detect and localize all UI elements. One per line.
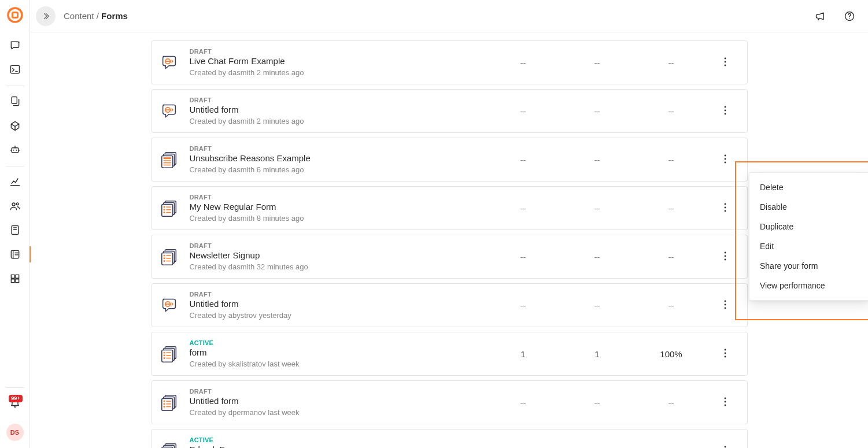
svg-point-0 [8,8,22,22]
metric-value: -- [640,155,703,165]
app-logo[interactable] [7,7,23,23]
breadcrumb-current: Forms [101,11,128,21]
nav-book[interactable] [3,219,27,242]
svg-rect-67 [161,398,172,410]
form-meta: Created by dasmith 6 minutes ago [190,165,481,174]
metric-value: 0% [640,446,703,449]
metric-value: -- [566,252,629,262]
nav-terminal[interactable] [3,58,27,81]
form-row[interactable]: ACTIVEE-book FormCreated by dasmith 2 we… [151,429,748,448]
form-row[interactable]: DRAFTUnsubscribe Reasons ExampleCreated … [151,138,748,182]
nav-forms[interactable] [3,243,27,266]
metric-value: -- [640,398,703,408]
help-icon[interactable] [839,6,860,27]
metric-value: -- [492,155,555,165]
kebab-icon [718,442,732,449]
form-row[interactable]: DRAFTNewsletter SignupCreated by dasmith… [151,235,748,279]
metric-value: -- [492,106,555,116]
breadcrumb-parent[interactable]: Content [64,11,94,21]
status-badge: DRAFT [190,97,481,103]
row-menu-button[interactable] [714,248,737,266]
context-menu-item[interactable]: Disable [749,197,868,217]
nav-grid[interactable] [3,267,27,290]
row-menu-button[interactable] [714,54,737,72]
form-row[interactable]: DRAFTUntitled formCreated by abystrov ye… [151,283,748,327]
svg-point-54 [724,303,726,305]
row-menu-button[interactable] [714,394,737,412]
metric-value: -- [566,398,629,408]
context-menu-item[interactable]: View performance [749,276,868,295]
form-meta: Created by dasmith 32 minutes ago [190,262,481,271]
svg-rect-30 [163,157,171,159]
form-row[interactable]: DRAFTLive Chat Form ExampleCreated by da… [151,40,748,84]
svg-point-59 [163,352,165,354]
form-row[interactable]: ACTIVEformCreated by skalistratov last w… [151,332,748,376]
metric-value: -- [492,58,555,68]
announce-icon[interactable] [810,6,831,27]
metric-value: -- [640,58,703,68]
row-menu-button[interactable] [714,199,737,217]
user-avatar[interactable]: DS [6,424,24,441]
svg-point-69 [163,403,165,405]
svg-point-72 [724,401,726,402]
nav-analytics[interactable] [3,170,27,193]
nav-copy[interactable] [3,90,27,113]
svg-point-32 [724,158,726,160]
form-title: Live Chat Form Example [190,56,481,66]
metric-value: -- [640,252,703,262]
kebab-icon [718,248,732,266]
svg-rect-14 [15,275,19,278]
svg-point-48 [163,260,165,262]
nav-contacts[interactable] [3,194,27,217]
metric-value: -- [492,301,555,310]
svg-point-33 [724,161,726,163]
svg-rect-36 [161,204,172,216]
form-row[interactable]: DRAFTUntitled formCreated by dasmith 2 m… [151,89,748,133]
kebab-icon [718,394,732,412]
svg-point-64 [724,356,726,357]
row-menu-button[interactable] [714,102,737,120]
context-menu-item[interactable]: Delete [749,177,868,197]
metric-value: -- [492,203,555,213]
metric-value: 0 [566,446,629,449]
metric-value: 1 [566,349,629,359]
context-menu-item[interactable]: Duplicate [749,217,868,236]
kebab-icon [718,297,732,314]
nav-notifications[interactable]: 99+ [3,391,27,414]
form-row-text: ACTIVEformCreated by skalistratov last w… [190,339,481,368]
svg-rect-58 [161,350,172,362]
nav-bot[interactable] [3,138,27,161]
form-row-text: ACTIVEE-book FormCreated by dasmith 2 we… [190,436,481,448]
row-menu-button[interactable] [714,297,737,314]
svg-point-39 [163,212,165,213]
svg-point-8 [16,150,17,151]
form-title: My New Regular Form [190,202,481,212]
context-menu-item[interactable]: Share your form [749,256,868,276]
expand-sidebar-button[interactable] [36,6,56,26]
row-menu-button[interactable] [714,345,737,363]
metric-value: -- [566,155,629,165]
nav-package[interactable] [3,114,27,137]
status-badge: ACTIVE [190,436,481,443]
stack-list-icon [160,441,179,448]
svg-point-41 [724,206,726,208]
status-badge: DRAFT [190,388,481,395]
left-sidebar: 99+ DS [0,0,30,448]
nav-messages[interactable] [3,34,27,57]
context-menu-item[interactable]: Edit [749,236,868,256]
form-row[interactable]: DRAFTMy New Regular FormCreated by dasmi… [151,186,748,230]
svg-point-26 [724,113,726,114]
form-row-text: DRAFTUnsubscribe Reasons ExampleCreated … [190,145,481,174]
svg-point-37 [163,206,165,208]
stack-form-icon [160,150,179,169]
form-meta: Created by dasmith 2 minutes ago [190,117,481,125]
kebab-icon [718,102,732,120]
svg-point-18 [849,18,850,18]
status-badge: ACTIVE [190,339,481,346]
svg-rect-4 [10,65,19,73]
row-menu-button[interactable] [714,151,737,169]
row-menu-button[interactable] [714,442,737,449]
svg-rect-45 [161,253,172,265]
form-row[interactable]: DRAFTUntitled formCreated by dpermanov l… [151,380,748,424]
status-badge: DRAFT [190,291,481,298]
